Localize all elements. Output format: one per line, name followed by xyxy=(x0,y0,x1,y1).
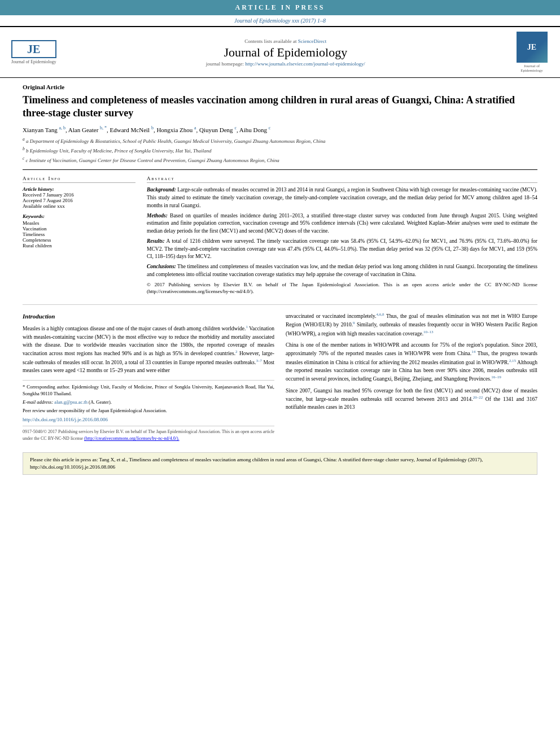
license-link[interactable]: (http://creativecommons.org/licenses/by-… xyxy=(84,436,179,441)
journal-logo-right: JE Journal of Epidemiology xyxy=(515,32,549,73)
journal-logo-left: JE Journal of Epidemiology xyxy=(11,40,56,64)
footnote-corresponding: * Corresponding author. Epidemiology Uni… xyxy=(23,384,274,397)
info-abstract-section: Article Info Article history: Received 7… xyxy=(23,169,537,298)
doi-link[interactable]: http://dx.doi.org/10.1016/j.je.2016.08.0… xyxy=(23,416,274,424)
abstract-background-text: Large-scale outbreaks of measles occurre… xyxy=(147,187,537,208)
journal-reference: Journal of Epidemiology xxx (2017) 1–8 xyxy=(0,15,560,26)
main-content: Original Article Timeliness and complete… xyxy=(0,78,560,448)
article-info-title: Article Info xyxy=(23,176,135,183)
footnote-peer-review: Peer review under responsibility of the … xyxy=(23,408,274,414)
keyword-rural-children: Rural children xyxy=(23,243,135,248)
abstract-copyright: © 2017 Publishing services by Elsevier B… xyxy=(147,281,537,295)
bottom-copyright: 0917-5040/© 2017 Publishing services by … xyxy=(23,426,274,442)
footnotes: * Corresponding author. Epidemiology Uni… xyxy=(23,380,274,414)
abstract-results-text: A total of 1216 children were surveyed. … xyxy=(147,238,537,260)
intro-para-right-1: unvaccinated or vaccinated incompletely.… xyxy=(286,312,537,338)
intro-para-right-2: China is one of the member nations in WH… xyxy=(286,341,537,383)
abstract-results: Results: A total of 1216 children were s… xyxy=(147,238,537,261)
abstract-panel: Abstract Background: Large-scale outbrea… xyxy=(147,176,537,298)
history-label: Article history: xyxy=(23,186,135,192)
abstract-text: Background: Large-scale outbreaks of mea… xyxy=(147,186,537,295)
logo-subtitle: Journal of Epidemiology xyxy=(11,59,56,64)
keyword-measles: Measles xyxy=(23,220,135,226)
intro-para-right-3: Since 2007, Guangxi has reached 95% cove… xyxy=(286,387,537,412)
right-logo-image: JE xyxy=(517,32,548,63)
footnote-email: E-mail address: alan.g@psu.ac.th (A. Gea… xyxy=(23,399,274,406)
abstract-conclusions-text: The timeliness and completeness of measl… xyxy=(147,264,537,277)
citation-bar: Please cite this article in press as: Ta… xyxy=(23,452,537,474)
accepted-date: Accepted 7 August 2016 xyxy=(23,198,135,203)
affiliation-a: a a Department of Epidemiology & Biostat… xyxy=(23,137,537,145)
abstract-background: Background: Large-scale outbreaks of mea… xyxy=(147,186,537,209)
authors: Xianyan Tang a, b, Alan Geater b, *, Edw… xyxy=(23,126,537,134)
available-date: Available online xxx xyxy=(23,203,135,209)
journal-homepage: journal homepage: http://www.journals.el… xyxy=(65,61,506,67)
affiliation-c: c c Institute of Vaccination, Guangxi Ce… xyxy=(23,156,537,164)
sciencedirect-label[interactable]: ScienceDirect xyxy=(298,38,326,44)
body-col-right: unvaccinated or vaccinated incompletely.… xyxy=(286,312,537,443)
article-info-panel: Article Info Article history: Received 7… xyxy=(23,176,135,298)
journal-header: JE Journal of Epidemiology Contents list… xyxy=(0,26,560,78)
author-list: Xianyan Tang a, b, Alan Geater b, *, Edw… xyxy=(23,126,270,133)
body-col-left: Introduction Measles is a highly contagi… xyxy=(23,312,274,443)
article-history: Article history: Received 7 January 2016… xyxy=(23,186,135,209)
section-divider xyxy=(23,304,537,305)
abstract-conclusions: Conclusions: The timeliness and complete… xyxy=(147,263,537,279)
affiliations: a a Department of Epidemiology & Biostat… xyxy=(23,137,537,164)
article-title: Timeliness and completeness of measles v… xyxy=(23,94,537,120)
abstract-title: Abstract xyxy=(147,176,537,183)
article-in-press-banner: ARTICLE IN PRESS xyxy=(0,0,560,15)
abstract-methods-text: Based on quartiles of measles incidence … xyxy=(147,213,537,234)
article-type: Original Article xyxy=(23,84,537,90)
received-date: Received 7 January 2016 xyxy=(23,192,135,198)
contents-label: Contents lists available at ScienceDirec… xyxy=(65,38,506,44)
keyword-completeness: Completeness xyxy=(23,237,135,243)
keyword-timeliness: Timeliness xyxy=(23,231,135,237)
header-middle: Contents lists available at ScienceDirec… xyxy=(65,38,506,67)
abstract-methods: Methods: Based on quartiles of measles i… xyxy=(147,212,537,235)
body-section: Introduction Measles is a highly contagi… xyxy=(23,312,537,443)
logo-letters: JE xyxy=(11,40,56,58)
journal-title: Journal of Epidemiology xyxy=(65,45,506,60)
keyword-vaccination: Vaccination xyxy=(23,226,135,231)
keywords-block: Keywords: Measles Vaccination Timeliness… xyxy=(23,213,135,248)
affiliation-b: b b Epidemiology Unit, Faculty of Medici… xyxy=(23,146,537,155)
homepage-link[interactable]: http://www.journals.elsevier.com/journal… xyxy=(245,61,365,67)
intro-para-1: Measles is a highly contagious disease a… xyxy=(23,324,274,374)
keywords-label: Keywords: xyxy=(23,213,135,219)
introduction-title: Introduction xyxy=(23,312,274,321)
email-link[interactable]: alan.g@psu.ac.th xyxy=(54,399,88,405)
right-logo-sub: Journal of Epidemiology xyxy=(515,64,549,73)
